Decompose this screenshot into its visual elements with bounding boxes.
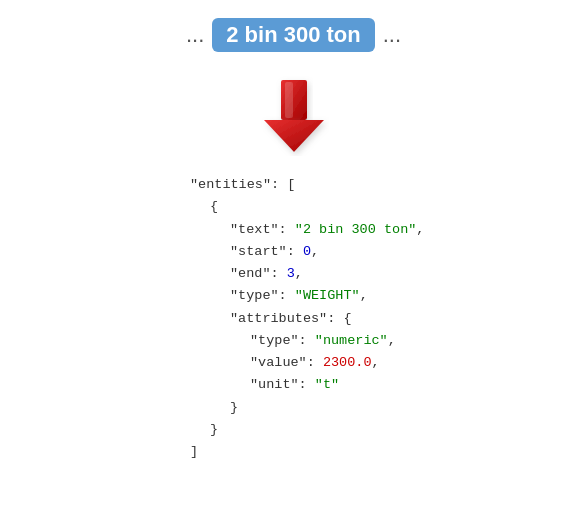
json-entities-line: "entities": [ [190,174,424,196]
json-attributes-line: "attributes": { [230,308,424,330]
arrow-container [259,76,329,156]
json-attr-value-line: "value": 2300.0, [250,352,424,374]
json-text-line: "text": "2 bin 300 ton", [230,219,424,241]
json-attr-unit-line: "unit": "t" [250,374,424,396]
highlight-text: 2 bin 300 ton [212,18,374,52]
json-open-brace: { [210,196,424,218]
json-close-brace-outer: } [210,419,424,441]
svg-rect-2 [285,82,293,118]
entities-key: "entities" [190,177,271,192]
json-start-line: "start": 0, [230,241,424,263]
top-line: ... 2 bin 300 ton ... [186,18,401,52]
ellipsis-right: ... [383,22,401,48]
down-arrow-icon [259,76,329,156]
json-close-bracket: ] [190,441,424,463]
ellipsis-left: ... [186,22,204,48]
json-block: "entities": [ { "text": "2 bin 300 ton",… [190,174,424,463]
svg-rect-0 [281,80,307,120]
svg-marker-1 [264,120,324,152]
json-attr-type-line: "type": "numeric", [250,330,424,352]
json-end-line: "end": 3, [230,263,424,285]
colon-bracket: : [ [271,177,295,192]
json-type-line: "type": "WEIGHT", [230,285,424,307]
json-close-brace-inner: } [230,397,424,419]
